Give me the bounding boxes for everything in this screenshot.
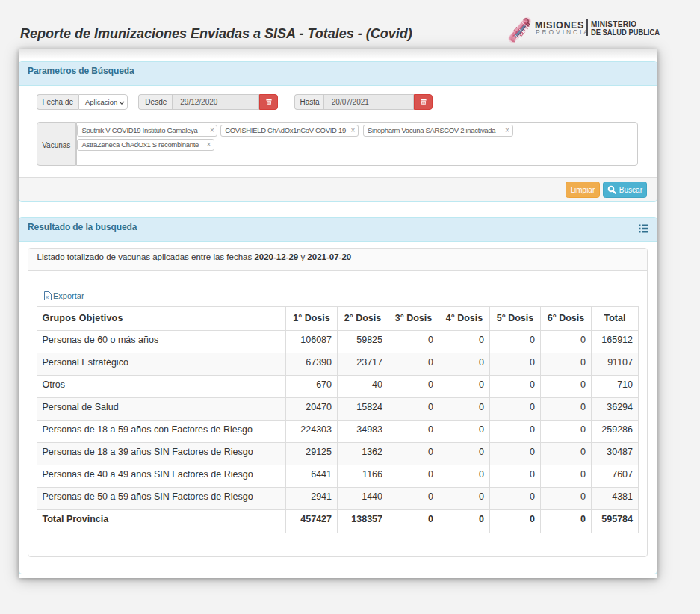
svg-text:x: x: [46, 294, 49, 300]
